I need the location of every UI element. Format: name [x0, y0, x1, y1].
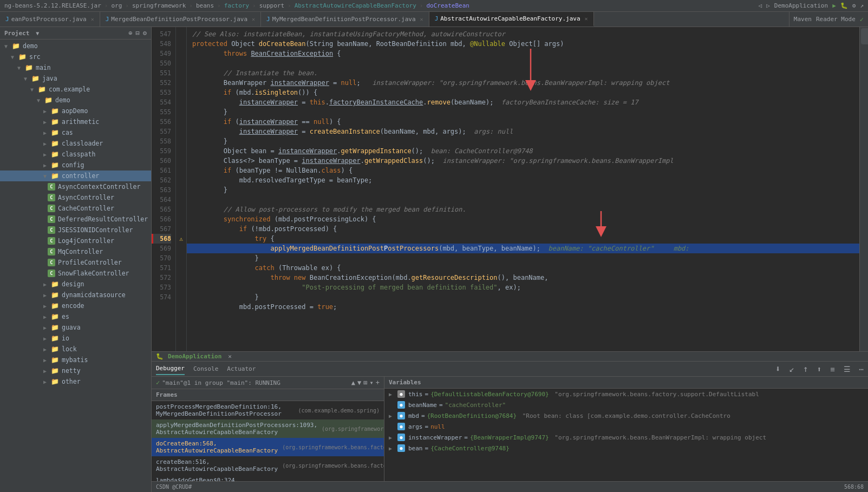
settings-icon[interactable]: ⚙ [143, 29, 147, 37]
tree-item-controller[interactable]: ▼ 📁 controller [0, 170, 151, 181]
debug-session-name: DemoApplication [168, 353, 221, 360]
ctrl-icon: C [48, 205, 55, 212]
tree-item-com-example[interactable]: ▼ 📁 com.example [0, 84, 151, 95]
frame-item-3[interactable]: doCreateBean:568, AbstractAutowireCapabl… [152, 438, 384, 456]
tree-item-es[interactable]: ▶ 📁 es [0, 311, 151, 322]
code-line-569: } [187, 253, 859, 263]
tree-item-jsessionid-ctrl[interactable]: C JSESSIONIDController [0, 225, 151, 235]
tree-item-log4j-ctrl[interactable]: C Log4jController [0, 235, 151, 246]
arrow-icon: ▶ [43, 281, 50, 287]
tree-item-mybatis[interactable]: ▶ 📁 mybatis [0, 355, 151, 365]
tree-item-async-ctrl[interactable]: C AsyncController [0, 192, 151, 203]
run-cursor-icon[interactable]: ⬆ [817, 365, 821, 373]
frame-item-1[interactable]: postProcessMergedBeanDefinition:16, MyMe… [152, 401, 384, 419]
tree-item-lock[interactable]: ▶ 📁 lock [0, 344, 151, 355]
tree-item-main[interactable]: ▼ 📁 main [0, 62, 151, 73]
thread-down-icon[interactable]: ▼ [357, 379, 361, 386]
frame-item-5[interactable]: lambda$doGetBean$0:324, AbstractAutowire… [152, 475, 384, 481]
nav-back-icon[interactable]: ◁ [759, 2, 762, 9]
more-actions-icon[interactable]: ⋯ [859, 365, 864, 373]
code-line-571: throw new BeanCreationException(mbd.getR… [187, 273, 859, 283]
tab-actuator[interactable]: Actuator [227, 363, 256, 375]
folder-icon: 📁 [51, 378, 59, 385]
tree-item-guava[interactable]: ▶ 📁 guava [0, 322, 151, 333]
var-item-instance-wrapper[interactable]: ▶ ● instanceWrapper = {BeanWrapperImpl@9… [384, 432, 868, 443]
tab-close-icon[interactable]: ✕ [91, 16, 94, 22]
var-item-mbd[interactable]: ▶ ● mbd = {RootBeanDefinition@7684} "Roo… [384, 410, 868, 421]
tree-label: MqController [58, 248, 103, 255]
tab-merged-def[interactable]: J MergedBeanDefinitionPostProcessor.java… [100, 12, 261, 27]
folder-icon: 📁 [51, 367, 59, 375]
tab-close-icon[interactable]: ✕ [420, 16, 423, 22]
reader-mode-label[interactable]: Reader Mode [816, 16, 856, 23]
thread-filter-icon[interactable]: ⊞ [363, 379, 367, 386]
tree-item-async-context-ctrl[interactable]: C AsyncContextController [0, 181, 151, 192]
tab-abstract-factory[interactable]: J AbstractAutowireCapableBeanFactory.jav… [429, 12, 594, 27]
arrow-icon: ▶ [43, 336, 50, 342]
frame-item-2[interactable]: applyMergedBeanDefinitionPostProcessors:… [152, 419, 384, 438]
step-over-icon[interactable]: ⬇ [775, 364, 781, 374]
thread-add-icon[interactable]: + [376, 379, 380, 386]
tree-label: aopDemo [62, 107, 88, 115]
tree-item-deferred-ctrl[interactable]: C DeferredResultController [0, 214, 151, 225]
tab-debugger[interactable]: Debugger [156, 363, 185, 375]
tree-item-cache-ctrl[interactable]: C CacheController [0, 203, 151, 214]
tree-label: demo [55, 96, 70, 104]
debug-button[interactable]: 🐛 [840, 2, 848, 9]
tab-console[interactable]: Console [193, 363, 218, 375]
step-out-icon[interactable]: ↑ [803, 364, 808, 374]
right-scrollbar[interactable] [859, 27, 868, 351]
thread-up-icon[interactable]: ▲ [351, 379, 355, 386]
tree-label: src [29, 53, 41, 61]
frame-method: lambda$doGetBean$0:324, AbstractAutowire… [156, 477, 278, 481]
tree-item-demo[interactable]: ▼ 📁 demo [0, 41, 151, 51]
tree-item-src[interactable]: ▼ 📁 src [0, 51, 151, 62]
arrow-icon: ▶ [43, 379, 50, 385]
tree-item-aop-demo[interactable]: ▶ 📁 aopDemo [0, 106, 151, 116]
tree-item-mq-ctrl[interactable]: C MqController [0, 246, 151, 257]
evaluate-icon[interactable]: ≡ [830, 365, 834, 373]
tree-item-design[interactable]: ▶ 📁 design [0, 279, 151, 290]
var-item-bean[interactable]: ▶ ● bean = {CacheController@9748} [384, 443, 868, 454]
tree-label: cas [62, 129, 73, 136]
tree-label: CacheController [58, 205, 114, 212]
share-icon[interactable]: ↗ [860, 2, 864, 9]
tab-post-processor[interactable]: J eanPostProcessor.java ✕ [0, 12, 100, 27]
frame-item-4[interactable]: createBean:516, AbstractAutowireCapableB… [152, 456, 384, 475]
tree-item-java[interactable]: ▼ 📁 java [0, 73, 151, 84]
folder-icon: 📁 [44, 96, 53, 104]
folder-icon: 📁 [51, 107, 59, 115]
tree-label: es [62, 313, 69, 320]
tree-item-cas[interactable]: ▶ 📁 cas [0, 127, 151, 138]
var-item-beanname[interactable]: ● beanName = "cacheController" [384, 399, 868, 410]
step-into-icon[interactable]: ↙ [789, 364, 794, 374]
thread-filter2-icon[interactable]: ▾ [370, 379, 374, 386]
tab-close-icon[interactable]: ✕ [585, 16, 588, 22]
frames-icon[interactable]: ☰ [844, 365, 851, 373]
tab-my-merged[interactable]: J MyMergedBeanDefinitionPostProcessor.ja… [261, 12, 429, 27]
tree-item-dynamicdatasource[interactable]: ▶ 📁 dynamicdatasource [0, 290, 151, 300]
tree-item-snowflake-ctrl[interactable]: C SnowFlakeController [0, 268, 151, 279]
folder-icon: 📁 [51, 161, 59, 169]
tree-item-config[interactable]: ▶ 📁 config [0, 160, 151, 170]
var-item-this[interactable]: ▶ ● this = {DefaultListableBeanFactory@7… [384, 389, 868, 399]
tab-close-icon[interactable]: ✕ [252, 16, 255, 22]
tree-item-classpath[interactable]: ▶ 📁 classpath [0, 149, 151, 160]
tree-item-other[interactable]: ▶ 📁 other [0, 376, 151, 387]
tree-item-netty[interactable]: ▶ 📁 netty [0, 365, 151, 376]
tree-item-demo-sub[interactable]: ▼ 📁 demo [0, 95, 151, 106]
tree-item-classloader[interactable]: ▶ 📁 classloader [0, 138, 151, 149]
tree-item-encode[interactable]: ▶ 📁 encode [0, 300, 151, 311]
tree-item-arithmetic[interactable]: ▶ 📁 arithmetic [0, 116, 151, 127]
tree-label: guava [62, 324, 81, 331]
var-item-args[interactable]: ● args = null [384, 421, 868, 432]
nav-forward-icon[interactable]: ▷ [766, 2, 770, 9]
collapse-all-icon[interactable]: ⊟ [136, 29, 140, 37]
tree-item-profile-ctrl[interactable]: C ProfileController [0, 257, 151, 268]
locate-icon[interactable]: ⊕ [128, 29, 132, 37]
run-button[interactable]: ▶ [832, 2, 836, 9]
session-close-icon[interactable]: ✕ [228, 353, 232, 360]
settings-icon[interactable]: ⚙ [852, 2, 856, 9]
folder-icon: 📁 [51, 280, 59, 288]
tree-item-io[interactable]: ▶ 📁 io [0, 333, 151, 344]
